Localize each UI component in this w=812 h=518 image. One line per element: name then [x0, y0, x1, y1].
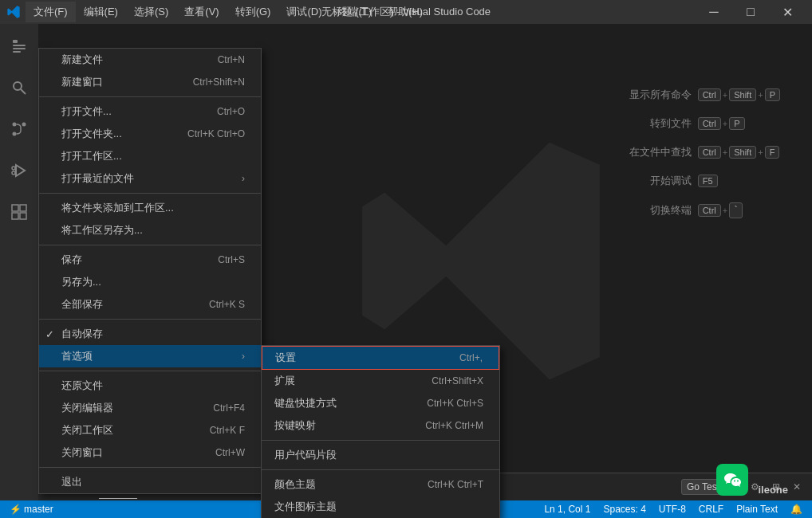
status-encoding[interactable]: UTF-8: [656, 504, 689, 515]
main-layout: 显示所有命令 Ctrl+Shift+P 转到文件 Ctrl+P 在文件中查找 C…: [0, 24, 812, 500]
menu-new-window[interactable]: 新建窗口 Ctrl+Shift+N: [39, 71, 261, 93]
preferences-submenu: 设置 Ctrl+, 扩展 Ctrl+Shift+X 键盘快捷方式 Ctrl+K …: [261, 345, 500, 518]
svg-rect-2: [13, 48, 26, 49]
shortcuts-panel: 显示所有命令 Ctrl+Shift+P 转到文件 Ctrl+P 在文件中查找 C…: [628, 88, 780, 233]
menu-recent-files[interactable]: 打开最近的文件 ›: [39, 167, 261, 190]
svg-rect-3: [13, 51, 21, 53]
status-eol[interactable]: CRLF: [696, 504, 727, 515]
svg-point-6: [13, 123, 17, 127]
minimize-button[interactable]: ─: [696, 0, 732, 24]
activity-source-control[interactable]: [0, 110, 38, 148]
maximize-button[interactable]: □: [732, 0, 769, 24]
shortcut-keys-1: Ctrl+Shift+P: [698, 88, 780, 101]
menu-save-all[interactable]: 全部保存 Ctrl+K S: [39, 293, 261, 316]
status-language[interactable]: Plain Text: [733, 504, 781, 515]
menu-close-workspace[interactable]: 关闭工作区 Ctrl+K F: [39, 419, 261, 441]
pref-separator-1: [262, 440, 499, 441]
status-bar-right: Ln 1, Col 1 Spaces: 4 UTF-8 CRLF Plain T…: [541, 504, 806, 515]
menu-revert-file[interactable]: 还原文件: [39, 375, 261, 397]
shortcut-keys-3: Ctrl+Shift+F: [698, 146, 780, 159]
pref-separator-2: [262, 469, 499, 470]
shortcut-label-2: 转到文件: [628, 116, 692, 131]
shortcut-keys-4: F5: [698, 175, 718, 187]
svg-point-11: [12, 171, 15, 175]
menu-close-window[interactable]: 关闭窗口 Ctrl+W: [39, 441, 261, 464]
pref-keybindings[interactable]: 键盘快捷方式 Ctrl+K Ctrl+S: [262, 392, 499, 414]
menu-open-file[interactable]: 打开文件... Ctrl+O: [39, 100, 261, 123]
separator-5: [39, 371, 261, 371]
panel-close-icon[interactable]: ✕: [788, 481, 806, 492]
close-button[interactable]: ✕: [769, 0, 806, 24]
menu-save-as[interactable]: 另存为...: [39, 271, 261, 293]
editor-area: 显示所有命令 Ctrl+Shift+P 转到文件 Ctrl+P 在文件中查找 C…: [38, 24, 812, 500]
window-title: 无标题 (工作区) - Visual Studio Code: [321, 5, 491, 19]
separator-3: [39, 245, 261, 245]
pref-settings[interactable]: 设置 Ctrl+,: [262, 346, 499, 370]
menu-new-file[interactable]: 新建文件 Ctrl+N: [39, 49, 261, 71]
svg-point-10: [12, 167, 15, 170]
menu-open-workspace[interactable]: 打开工作区...: [39, 145, 261, 167]
status-spaces[interactable]: Spaces: 4: [600, 504, 648, 515]
shortcut-keys-5: Ctrl+`: [698, 202, 743, 218]
svg-line-5: [21, 89, 26, 94]
pref-extensions[interactable]: 扩展 Ctrl+Shift+X: [262, 370, 499, 392]
svg-point-4: [14, 82, 22, 90]
svg-rect-15: [20, 213, 26, 219]
title-bar: 文件(F) 编辑(E) 选择(S) 查看(V) 转到(G) 调试(D) 终端(T…: [0, 0, 812, 24]
menu-save[interactable]: 保存 Ctrl+S: [39, 249, 261, 271]
pref-color-theme[interactable]: 颜色主题 Ctrl+K Ctrl+T: [262, 473, 499, 496]
status-position[interactable]: Ln 1, Col 1: [541, 504, 593, 515]
pref-file-icon-theme[interactable]: 文件图标主题: [262, 496, 499, 518]
vscode-icon: [6, 5, 21, 19]
menu-close-editor[interactable]: 关闭编辑器 Ctrl+F4: [39, 397, 261, 419]
status-branch[interactable]: ⚡ master: [6, 504, 57, 515]
separator-1: [39, 96, 261, 97]
menu-edit[interactable]: 编辑(E): [76, 2, 126, 22]
activity-explorer[interactable]: [0, 27, 38, 65]
shortcut-label-1: 显示所有命令: [628, 88, 692, 102]
menu-file[interactable]: 文件(F): [26, 2, 76, 22]
svg-point-7: [22, 123, 26, 127]
status-bar-left: ⚡ master: [6, 504, 57, 515]
pref-user-snippets[interactable]: 用户代码片段: [262, 444, 499, 466]
svg-rect-1: [13, 45, 26, 46]
menu-select[interactable]: 选择(S): [126, 2, 176, 22]
menu-exit[interactable]: 退出: [39, 471, 261, 493]
shortcut-label-3: 在文件中查找: [628, 145, 692, 159]
separator-2: [39, 193, 261, 194]
activity-search[interactable]: [0, 69, 38, 107]
svg-rect-13: [20, 205, 26, 211]
shortcut-label-4: 开始调试: [628, 174, 692, 188]
pref-keymaps[interactable]: 按键映射 Ctrl+K Ctrl+M: [262, 414, 499, 437]
svg-marker-9: [16, 165, 25, 176]
activity-extensions[interactable]: [0, 193, 38, 231]
menu-auto-save[interactable]: ✓ 自动保存: [39, 323, 261, 345]
ileone-label: ileone: [758, 484, 788, 496]
menu-add-folder[interactable]: 将文件夹添加到工作区...: [39, 197, 261, 219]
svg-rect-14: [12, 213, 18, 219]
wechat-badge: [716, 464, 748, 496]
status-notifications[interactable]: 🔔: [787, 504, 806, 515]
menu-view[interactable]: 查看(V): [176, 2, 227, 22]
file-menu: 新建文件 Ctrl+N 新建窗口 Ctrl+Shift+N 打开文件... Ct…: [38, 48, 262, 494]
menu-save-workspace-as[interactable]: 将工作区另存为...: [39, 219, 261, 241]
svg-rect-0: [13, 40, 18, 43]
svg-point-8: [13, 132, 17, 136]
shortcut-keys-2: Ctrl+P: [698, 117, 745, 130]
menu-preferences[interactable]: 首选项 › 设置 Ctrl+, 扩展 Ctrl+Shift+X: [39, 345, 261, 367]
activity-bar: [0, 24, 38, 500]
shortcut-label-5: 切换终端: [628, 203, 692, 218]
menu-open-folder[interactable]: 打开文件夹... Ctrl+K Ctrl+O: [39, 123, 261, 145]
separator-6: [39, 467, 261, 468]
separator-4: [39, 319, 261, 320]
menu-goto[interactable]: 转到(G): [227, 2, 279, 22]
activity-debug[interactable]: [0, 151, 38, 190]
svg-rect-12: [12, 205, 18, 211]
window-controls: ─ □ ✕: [696, 0, 806, 24]
